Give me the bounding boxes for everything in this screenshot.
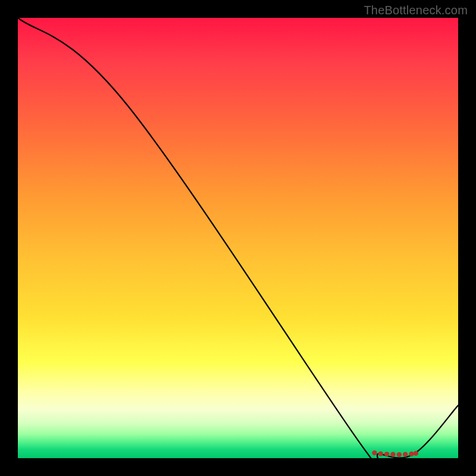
optimal-marker [409, 452, 414, 456]
optimal-marker [384, 452, 389, 456]
optimal-marker [390, 452, 395, 457]
optimal-marker [372, 450, 377, 455]
bottleneck-curve [18, 18, 458, 475]
optimal-marker [397, 452, 402, 457]
optimal-marker [403, 452, 408, 457]
optimal-marker [378, 451, 383, 456]
chart-svg [18, 18, 458, 458]
watermark-text: TheBottleneck.com [364, 4, 468, 17]
optimal-marker [414, 451, 418, 456]
chart-stage: TheBottleneck.com [0, 0, 476, 476]
plot-area [18, 18, 458, 458]
optimal-range-markers [372, 450, 418, 457]
